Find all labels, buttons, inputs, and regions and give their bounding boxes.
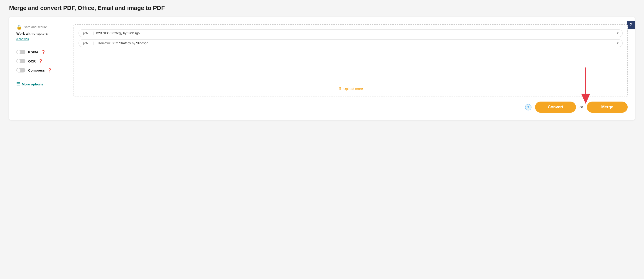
upload-icon: ⬆ (338, 86, 342, 91)
file-name: _Isometric SEO Strategy by Slidesgo (96, 41, 614, 45)
pdfa-toggle[interactable] (16, 50, 26, 54)
pdfa-label: PDF/A (28, 50, 38, 54)
upload-more-label: Upload more (344, 87, 363, 91)
compress-toggle[interactable] (16, 68, 26, 73)
file-name: B2B SEO Strategy by Slidesgo (96, 31, 614, 35)
more-options-label: More options (22, 82, 43, 86)
safe-secure-label: Safe and secure (24, 25, 47, 29)
or-text: or (580, 105, 583, 110)
compress-label: Compress (28, 68, 45, 72)
ocr-info-icon[interactable]: ❓ (38, 59, 43, 63)
main-card: ? 🔒 Safe and secure Work with chapters c… (9, 17, 635, 120)
lock-icon: 🔒 (16, 24, 22, 30)
file-remove-button[interactable]: X (617, 31, 619, 35)
ocr-toggle[interactable] (16, 59, 26, 63)
clear-files-link[interactable]: clear files (16, 37, 29, 41)
compress-toggle-row: Compress ❓ (16, 68, 66, 73)
toggle-options: PDF/A ❓ OCR ❓ Compress ❓ (16, 50, 66, 73)
action-help-icon[interactable]: ? (525, 104, 532, 110)
drop-zone: .pptx B2B SEO Strategy by Slidesgo X .pp… (74, 24, 628, 97)
merge-button[interactable]: Merge (587, 102, 628, 113)
hamburger-icon: ☰ (16, 82, 20, 87)
file-type-badge: .pptx (82, 42, 94, 45)
table-row: .pptx _Isometric SEO Strategy by Slidesg… (78, 39, 623, 47)
file-type-badge: .pptx (82, 32, 94, 35)
card-inner: 🔒 Safe and secure Work with chapters cle… (16, 24, 628, 113)
upload-more-row: ⬆ Upload more (78, 83, 623, 92)
file-remove-button[interactable]: X (617, 41, 619, 45)
more-options-row[interactable]: ☰ More options (16, 82, 66, 87)
file-list: .pptx B2B SEO Strategy by Slidesgo X .pp… (78, 29, 623, 47)
page-title: Merge and convert PDF, Office, Email and… (9, 5, 635, 12)
left-panel: 🔒 Safe and secure Work with chapters cle… (16, 24, 66, 87)
work-with-chapters-label: Work with chapters (16, 32, 66, 36)
right-panel: .pptx B2B SEO Strategy by Slidesgo X .pp… (74, 24, 628, 113)
pdfa-toggle-row: PDF/A ❓ (16, 50, 66, 54)
ocr-label: OCR (28, 59, 36, 63)
upload-more-button[interactable]: ⬆ Upload more (338, 86, 363, 91)
convert-button[interactable]: Convert (535, 102, 576, 113)
compress-info-icon[interactable]: ❓ (48, 68, 52, 73)
pdfa-info-icon[interactable]: ❓ (41, 50, 46, 54)
safe-secure-row: 🔒 Safe and secure (16, 24, 66, 30)
help-corner-button[interactable]: ? (627, 21, 635, 29)
table-row: .pptx B2B SEO Strategy by Slidesgo X (78, 29, 623, 37)
ocr-toggle-row: OCR ❓ (16, 59, 66, 63)
action-row: ? Convert or Merge (74, 102, 628, 113)
